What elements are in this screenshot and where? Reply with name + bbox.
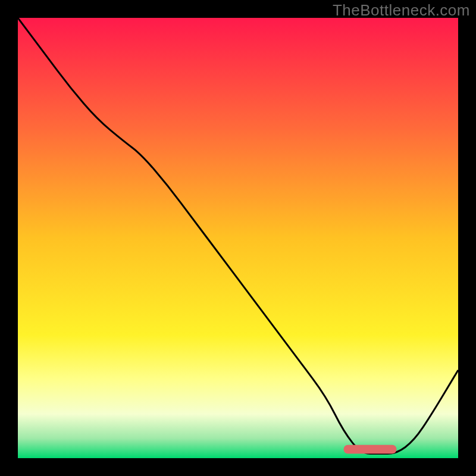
optimal-marker <box>344 445 397 454</box>
chart-container: TheBottleneck.com <box>0 0 476 476</box>
chart-svg <box>18 18 458 458</box>
plot-area <box>18 18 458 458</box>
gradient-background <box>18 18 458 458</box>
watermark-text: TheBottleneck.com <box>333 1 470 20</box>
